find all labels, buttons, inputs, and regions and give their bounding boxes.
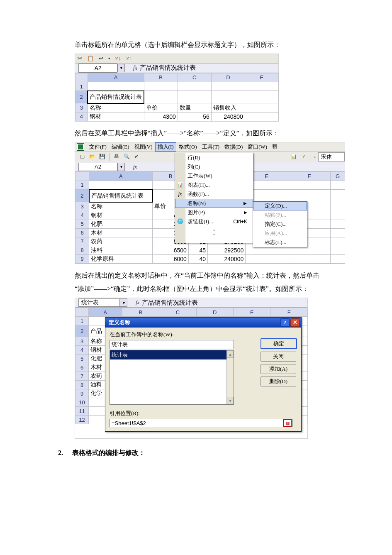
menu-edit[interactable]: 编辑(E) xyxy=(109,142,132,152)
open-icon[interactable]: 📂 xyxy=(88,152,97,161)
print-icon[interactable]: 🖶 xyxy=(112,152,121,161)
range-picker-icon[interactable]: ▦ xyxy=(283,419,292,427)
col-header[interactable]: G xyxy=(331,172,345,181)
name-submenu: 定义(D)... 粘贴(P)... 指定(C)... 应用(A)... 标志(L… xyxy=(253,201,307,247)
row-header[interactable]: 1 xyxy=(75,82,88,91)
col-header[interactable]: F xyxy=(270,308,308,317)
menu-item-worksheet[interactable]: 工作表(W) xyxy=(175,171,253,181)
menu-format[interactable]: 格式(O) xyxy=(176,142,200,152)
dialog-close-icon[interactable]: ✕ xyxy=(290,318,299,327)
name-box-dropdown-icon[interactable]: ▾ xyxy=(120,298,127,307)
col-header-A[interactable]: A xyxy=(88,73,144,82)
menu-view[interactable]: 视图(V) xyxy=(132,142,155,152)
scroll-down-icon[interactable]: ▼ xyxy=(227,397,234,404)
font-combo[interactable]: 宋体 xyxy=(318,152,345,161)
dialog-title: 定义名称 xyxy=(109,319,130,326)
menu-window[interactable]: 窗口(W) xyxy=(245,142,270,152)
col-header-B[interactable]: B xyxy=(144,73,178,82)
col-header-E[interactable]: E xyxy=(245,73,278,82)
select-all-corner[interactable] xyxy=(75,308,89,317)
menu-help[interactable]: 帮 xyxy=(270,142,280,152)
name-box-dropdown-icon[interactable]: ▾ xyxy=(117,64,125,72)
define-name-dialog: 定义名称 ? ✕ 在当前工作簿中的名称(W): 统计表 统计表 ▲ ▼ xyxy=(105,317,302,432)
add-button[interactable]: 添加(A) xyxy=(261,364,296,374)
submenu-item-label[interactable]: 标志(L)... xyxy=(253,238,307,247)
formula-bar[interactable]: 产品销售情况统计表 xyxy=(142,299,198,307)
shortcut-label: Ctrl+K xyxy=(233,219,247,225)
col-header[interactable]: E xyxy=(234,308,270,317)
ok-button[interactable]: 确定 xyxy=(261,338,297,349)
name-box-dropdown-icon[interactable]: ▾ xyxy=(117,163,125,171)
selected-cell[interactable]: 产品销售情况统计表 xyxy=(88,91,144,103)
menu-file[interactable]: 文件(F) xyxy=(87,142,109,152)
menu-insert[interactable]: 插入(I) xyxy=(155,142,176,152)
col-header-D[interactable]: D xyxy=(211,73,245,82)
dialog-title-bar[interactable]: 定义名称 ? ✕ xyxy=(105,318,301,328)
figure-3: 统计表 ▾ fx 产品销售情况统计表 A B C D E F 1 2产品 3名称 xyxy=(75,298,308,439)
menu-item-column[interactable]: 列(C) xyxy=(175,162,253,171)
col-header[interactable]: A xyxy=(89,308,122,317)
paragraph-3b: “添加”——>“确定”，此时名称框（图中左上角）中会显示“统计表”。如图所示： xyxy=(75,283,346,295)
scroll-up-icon[interactable]: ▲ xyxy=(227,350,234,358)
figure-2: 文件(F) 编辑(E) 视图(V) 插入(I) 格式(O) 工具(T) 数据(D… xyxy=(75,142,345,264)
help-icon[interactable]: ? xyxy=(299,152,308,161)
globe-link-icon: 🌐 xyxy=(177,218,183,225)
name-input[interactable]: 统计表 xyxy=(110,340,234,349)
close-button[interactable]: 关闭 xyxy=(261,352,296,362)
select-all-corner[interactable] xyxy=(75,172,89,181)
name-box[interactable]: 统计表 xyxy=(78,298,120,307)
spreadsheet-grid[interactable]: A B C D E 1 2 产品销售情况统计表 3 名称 xyxy=(75,73,279,121)
dialog-help-icon[interactable]: ? xyxy=(280,318,290,327)
menu-item-chart[interactable]: 📊图表(H)... xyxy=(175,181,253,190)
col-header-C[interactable]: C xyxy=(178,73,211,82)
expand-menu-icon[interactable]: ⌄⌄ xyxy=(175,226,253,237)
list-item[interactable]: 统计表 xyxy=(110,350,234,359)
col-header[interactable]: D xyxy=(196,308,233,317)
chart-icon: 📊 xyxy=(177,182,183,188)
toolbar-options-icon[interactable]: » xyxy=(314,154,316,159)
chart-icon[interactable]: 📊 xyxy=(289,152,298,161)
paragraph-2: 然后在菜单工具栏中选择“插入”——>“名称”——>“定义”，如图所示： xyxy=(75,127,346,139)
names-label: 在当前工作簿中的名称(W): xyxy=(110,331,297,338)
menu-item-picture[interactable]: 图片(P)▶ xyxy=(175,208,253,217)
name-box[interactable]: A2 xyxy=(78,64,117,73)
row-header[interactable]: 4 xyxy=(75,112,88,121)
delete-button[interactable]: 删除(D) xyxy=(261,377,296,386)
name-box[interactable]: A2 xyxy=(78,163,117,171)
col-header[interactable]: A xyxy=(89,172,153,181)
spell-check-icon[interactable]: ✔ xyxy=(132,152,141,161)
col-header[interactable]: C xyxy=(159,308,196,317)
submenu-item-paste[interactable]: 粘贴(P)... xyxy=(253,210,307,220)
refersto-value: =Sheet1!$A$2 xyxy=(112,420,146,426)
refersto-input[interactable]: =Sheet1!$A$2 ▦ xyxy=(110,419,293,427)
menu-bar: 文件(F) 编辑(E) 视图(V) 插入(I) 格式(O) 工具(T) 数据(D… xyxy=(75,142,345,152)
section-2-heading: 2.表格格式的编排与修改： xyxy=(58,447,346,459)
submenu-item-create[interactable]: 指定(C)... xyxy=(253,220,307,229)
row-header[interactable]: 3 xyxy=(75,103,88,112)
fx-icon[interactable]: fx xyxy=(133,65,137,71)
menu-tools[interactable]: 工具(T) xyxy=(200,142,222,152)
fx-icon[interactable]: fx xyxy=(136,299,139,306)
menu-item-name[interactable]: 名称(N)▶ xyxy=(175,199,253,208)
select-all-corner[interactable] xyxy=(75,73,88,82)
save-icon[interactable]: 💾 xyxy=(97,152,107,161)
submenu-item-apply[interactable]: 应用(A)... xyxy=(253,229,307,238)
print-preview-icon[interactable]: 🔍 xyxy=(122,152,131,161)
col-header[interactable]: F xyxy=(288,172,330,181)
menu-item-row[interactable]: 行(R) xyxy=(175,153,253,162)
new-icon[interactable]: ▢ xyxy=(78,152,87,161)
menu-item-function[interactable]: fx函数(F)... xyxy=(175,190,253,199)
row-header[interactable]: 2 xyxy=(75,91,88,103)
selected-cell[interactable]: 产品销售情况统计表 xyxy=(89,190,153,202)
submenu-item-define[interactable]: 定义(D)... xyxy=(253,201,307,210)
menu-data[interactable]: 数据(D) xyxy=(222,142,245,152)
paragraph-1: 单击标题所在的单元格（选中后编辑栏会显示标题文字），如图所示： xyxy=(75,39,346,51)
fx-icon: fx xyxy=(177,191,183,198)
fx-icon[interactable]: fx xyxy=(133,164,137,170)
insert-menu-dropdown: 行(R) 列(C) 工作表(W) 📊图表(H)... fx函数(F)... 名称… xyxy=(175,153,253,243)
scrollbar[interactable]: ▲ ▼ xyxy=(226,350,234,404)
names-listbox[interactable]: 统计表 ▲ ▼ xyxy=(110,350,234,405)
menu-item-hyperlink[interactable]: 🌐超链接(I)...Ctrl+K xyxy=(175,217,253,226)
col-header[interactable]: B xyxy=(122,308,159,317)
formula-bar[interactable]: 产品销售情况统计表 xyxy=(140,64,196,72)
